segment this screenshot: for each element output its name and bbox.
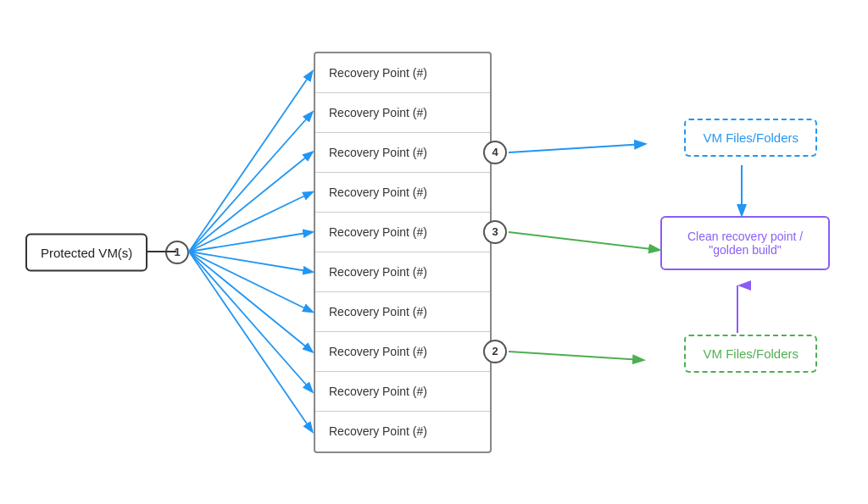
badge-circle-1: 1 bbox=[165, 241, 189, 264]
recovery-item-3: Recovery Point (#) bbox=[315, 173, 490, 213]
diagram: Protected VM(s) 1 Recovery Point (#) Rec… bbox=[0, 0, 868, 504]
recovery-item-4: Recovery Point (#) 3 bbox=[315, 213, 490, 252]
recovery-item-9: Recovery Point (#) bbox=[315, 412, 490, 451]
svg-line-8 bbox=[189, 252, 312, 391]
svg-line-13 bbox=[509, 232, 659, 250]
clean-recovery-box: Clean recovery point /"golden build" bbox=[660, 216, 830, 270]
svg-line-0 bbox=[189, 72, 312, 252]
badge-circle-4: 4 bbox=[483, 141, 507, 164]
svg-line-11 bbox=[509, 144, 644, 152]
recovery-item-7: Recovery Point (#) 2 bbox=[315, 332, 490, 372]
svg-line-14 bbox=[509, 352, 643, 360]
svg-line-6 bbox=[189, 252, 312, 312]
recovery-item-8: Recovery Point (#) bbox=[315, 372, 490, 412]
recovery-item-6: Recovery Point (#) bbox=[315, 292, 490, 332]
recovery-item-1: Recovery Point (#) bbox=[315, 93, 490, 133]
clean-recovery-label: Clean recovery point /"golden build" bbox=[687, 230, 803, 257]
vm-files-green-box: VM Files/Folders bbox=[684, 335, 817, 373]
svg-line-4 bbox=[189, 232, 312, 252]
svg-line-7 bbox=[189, 252, 312, 352]
svg-line-1 bbox=[189, 113, 312, 252]
svg-line-3 bbox=[189, 192, 312, 252]
badge-circle-2: 2 bbox=[483, 340, 507, 363]
protected-vm-label: Protected VM(s) bbox=[41, 245, 132, 259]
recovery-list: Recovery Point (#) Recovery Point (#) Re… bbox=[314, 52, 492, 453]
svg-line-5 bbox=[189, 252, 312, 272]
protected-vm-box: Protected VM(s) bbox=[25, 233, 147, 271]
vm-files-blue-box: VM Files/Folders bbox=[684, 119, 817, 157]
recovery-item-0: Recovery Point (#) bbox=[315, 53, 490, 93]
badge-circle-3: 3 bbox=[483, 220, 507, 244]
recovery-item-5: Recovery Point (#) bbox=[315, 252, 490, 292]
svg-line-2 bbox=[189, 152, 312, 252]
recovery-item-2: Recovery Point (#) 4 bbox=[315, 133, 490, 173]
svg-line-9 bbox=[189, 252, 312, 431]
